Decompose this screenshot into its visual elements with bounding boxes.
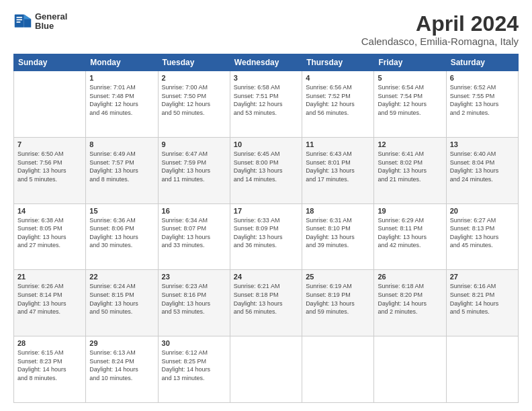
day-info: Sunrise: 6:45 AM Sunset: 8:00 PM Dayligh…: [234, 150, 298, 183]
weekday-header-sunday: Sunday: [14, 54, 86, 71]
day-info: Sunrise: 6:54 AM Sunset: 7:54 PM Dayligh…: [378, 83, 442, 117]
day-info: Sunrise: 6:29 AM Sunset: 8:11 PM Dayligh…: [378, 216, 442, 250]
day-number: 16: [162, 207, 226, 215]
day-info: Sunrise: 6:16 AM Sunset: 8:21 PM Dayligh…: [450, 282, 515, 316]
calendar-day-17: 17Sunrise: 6:33 AM Sunset: 8:09 PM Dayli…: [230, 203, 302, 270]
day-number: 8: [89, 140, 154, 148]
day-info: Sunrise: 6:13 AM Sunset: 8:24 PM Dayligh…: [89, 349, 154, 382]
weekday-header-friday: Friday: [374, 54, 446, 71]
day-number: 7: [17, 140, 82, 148]
page: General Blue April 2024 Calendasco, Emil…: [0, 0, 532, 411]
empty-cell: [302, 336, 374, 403]
weekday-header-wednesday: Wednesday: [230, 54, 302, 71]
day-number: 5: [378, 74, 442, 82]
weekday-header-monday: Monday: [86, 54, 158, 71]
calendar-day-11: 11Sunrise: 6:43 AM Sunset: 8:01 PM Dayli…: [302, 137, 374, 203]
empty-cell: [446, 336, 518, 403]
calendar-day-5: 5Sunrise: 6:54 AM Sunset: 7:54 PM Daylig…: [374, 71, 446, 138]
day-number: 17: [234, 207, 298, 215]
empty-cell: [374, 336, 446, 403]
calendar-day-22: 22Sunrise: 6:24 AM Sunset: 8:15 PM Dayli…: [86, 270, 158, 336]
day-number: 26: [378, 273, 442, 281]
day-info: Sunrise: 6:41 AM Sunset: 8:02 PM Dayligh…: [378, 150, 442, 183]
day-number: 23: [162, 273, 226, 281]
logo-line1: General: [35, 12, 67, 21]
day-number: 18: [306, 207, 370, 215]
calendar-day-25: 25Sunrise: 6:19 AM Sunset: 8:19 PM Dayli…: [302, 270, 374, 336]
day-number: 10: [234, 140, 298, 148]
day-info: Sunrise: 6:34 AM Sunset: 8:07 PM Dayligh…: [162, 216, 226, 250]
day-info: Sunrise: 7:00 AM Sunset: 7:50 PM Dayligh…: [162, 83, 226, 117]
weekday-header-tuesday: Tuesday: [158, 54, 230, 71]
calendar-day-1: 1Sunrise: 7:01 AM Sunset: 7:48 PM Daylig…: [86, 71, 158, 138]
calendar-day-13: 13Sunrise: 6:40 AM Sunset: 8:04 PM Dayli…: [446, 137, 518, 203]
calendar-day-16: 16Sunrise: 6:34 AM Sunset: 8:07 PM Dayli…: [158, 203, 230, 270]
main-title: April 2024: [361, 12, 519, 36]
day-number: 19: [378, 207, 442, 215]
day-info: Sunrise: 6:52 AM Sunset: 7:55 PM Dayligh…: [450, 83, 515, 117]
day-info: Sunrise: 6:19 AM Sunset: 8:19 PM Dayligh…: [306, 282, 370, 316]
logo-line2: Blue: [35, 21, 67, 31]
calendar-week-1: 1Sunrise: 7:01 AM Sunset: 7:48 PM Daylig…: [14, 71, 519, 138]
logo-icon: [13, 12, 32, 31]
day-info: Sunrise: 6:40 AM Sunset: 8:04 PM Dayligh…: [450, 150, 515, 183]
day-info: Sunrise: 6:33 AM Sunset: 8:09 PM Dayligh…: [234, 216, 298, 250]
calendar-day-9: 9Sunrise: 6:47 AM Sunset: 7:59 PM Daylig…: [158, 137, 230, 203]
calendar-day-2: 2Sunrise: 7:00 AM Sunset: 7:50 PM Daylig…: [158, 71, 230, 138]
day-info: Sunrise: 6:23 AM Sunset: 8:16 PM Dayligh…: [162, 282, 226, 316]
day-number: 27: [450, 273, 515, 281]
day-info: Sunrise: 6:38 AM Sunset: 8:05 PM Dayligh…: [17, 216, 82, 250]
header: General Blue April 2024 Calendasco, Emil…: [13, 12, 519, 47]
day-info: Sunrise: 6:50 AM Sunset: 7:56 PM Dayligh…: [17, 150, 82, 183]
svg-rect-3: [15, 15, 24, 28]
calendar-day-6: 6Sunrise: 6:52 AM Sunset: 7:55 PM Daylig…: [446, 71, 518, 138]
day-info: Sunrise: 6:15 AM Sunset: 8:23 PM Dayligh…: [17, 349, 82, 382]
svg-rect-5: [16, 19, 22, 21]
day-info: Sunrise: 6:58 AM Sunset: 7:51 PM Dayligh…: [234, 83, 298, 117]
calendar-day-24: 24Sunrise: 6:21 AM Sunset: 8:18 PM Dayli…: [230, 270, 302, 336]
calendar-day-27: 27Sunrise: 6:16 AM Sunset: 8:21 PM Dayli…: [446, 270, 518, 336]
day-number: 30: [162, 339, 226, 347]
day-info: Sunrise: 6:31 AM Sunset: 8:10 PM Dayligh…: [306, 216, 370, 250]
day-number: 11: [306, 140, 370, 148]
day-number: 22: [89, 273, 154, 281]
day-number: 14: [17, 207, 82, 215]
calendar-day-10: 10Sunrise: 6:45 AM Sunset: 8:00 PM Dayli…: [230, 137, 302, 203]
subtitle: Calendasco, Emilia-Romagna, Italy: [361, 36, 519, 47]
logo: General Blue: [13, 12, 67, 32]
empty-cell: [14, 71, 86, 138]
calendar-day-7: 7Sunrise: 6:50 AM Sunset: 7:56 PM Daylig…: [14, 137, 86, 203]
calendar-table: SundayMondayTuesdayWednesdayThursdayFrid…: [13, 54, 519, 403]
day-info: Sunrise: 6:27 AM Sunset: 8:13 PM Dayligh…: [450, 216, 515, 250]
title-block: April 2024 Calendasco, Emilia-Romagna, I…: [361, 12, 519, 47]
day-number: 20: [450, 207, 515, 215]
day-info: Sunrise: 6:26 AM Sunset: 8:14 PM Dayligh…: [17, 282, 82, 316]
day-number: 6: [450, 74, 515, 82]
day-number: 9: [162, 140, 226, 148]
calendar-day-14: 14Sunrise: 6:38 AM Sunset: 8:05 PM Dayli…: [14, 203, 86, 270]
day-number: 1: [89, 74, 154, 82]
calendar-week-4: 21Sunrise: 6:26 AM Sunset: 8:14 PM Dayli…: [14, 270, 519, 336]
calendar-day-30: 30Sunrise: 6:12 AM Sunset: 8:25 PM Dayli…: [158, 336, 230, 403]
calendar-day-20: 20Sunrise: 6:27 AM Sunset: 8:13 PM Dayli…: [446, 203, 518, 270]
day-number: 25: [306, 273, 370, 281]
calendar-week-3: 14Sunrise: 6:38 AM Sunset: 8:05 PM Dayli…: [14, 203, 519, 270]
calendar-day-12: 12Sunrise: 6:41 AM Sunset: 8:02 PM Dayli…: [374, 137, 446, 203]
weekday-header-saturday: Saturday: [446, 54, 518, 71]
weekday-header-thursday: Thursday: [302, 54, 374, 71]
day-number: 12: [378, 140, 442, 148]
day-number: 21: [17, 273, 82, 281]
calendar-week-5: 28Sunrise: 6:15 AM Sunset: 8:23 PM Dayli…: [14, 336, 519, 403]
calendar-day-19: 19Sunrise: 6:29 AM Sunset: 8:11 PM Dayli…: [374, 203, 446, 270]
day-info: Sunrise: 6:56 AM Sunset: 7:52 PM Dayligh…: [306, 83, 370, 117]
day-info: Sunrise: 6:12 AM Sunset: 8:25 PM Dayligh…: [162, 349, 226, 382]
day-info: Sunrise: 6:43 AM Sunset: 8:01 PM Dayligh…: [306, 150, 370, 183]
day-info: Sunrise: 6:24 AM Sunset: 8:15 PM Dayligh…: [89, 282, 154, 316]
day-number: 28: [17, 339, 82, 347]
day-info: Sunrise: 6:18 AM Sunset: 8:20 PM Dayligh…: [378, 282, 442, 316]
weekday-header-row: SundayMondayTuesdayWednesdayThursdayFrid…: [14, 54, 519, 71]
calendar-day-26: 26Sunrise: 6:18 AM Sunset: 8:20 PM Dayli…: [374, 270, 446, 336]
day-info: Sunrise: 6:47 AM Sunset: 7:59 PM Dayligh…: [162, 150, 226, 183]
empty-cell: [230, 336, 302, 403]
day-info: Sunrise: 6:21 AM Sunset: 8:18 PM Dayligh…: [234, 282, 298, 316]
